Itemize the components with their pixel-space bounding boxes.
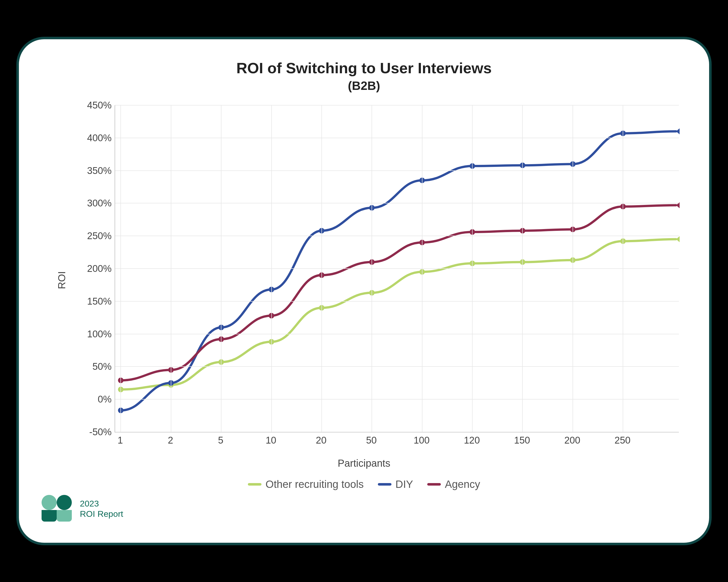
gridline-vertical (171, 105, 171, 432)
brand-logo-icon (42, 495, 74, 523)
plot-area (114, 105, 679, 433)
legend-label: Agency (445, 478, 480, 490)
gridline-vertical (221, 105, 222, 432)
viewport: ROI of Switching to User Interviews (B2B… (0, 0, 728, 582)
x-tick-labels: 125102050100120150200250 (114, 433, 679, 455)
gridline-horizontal (115, 268, 679, 269)
x-tick-label: 250 (615, 435, 630, 446)
gridline-vertical (271, 105, 272, 432)
y-tick-labels: -50%0%50%100%150%200%250%300%350%400%450… (69, 105, 114, 433)
chart-subtitle: (B2B) (34, 79, 694, 93)
gridline-horizontal (115, 203, 679, 203)
report-footer: 2023 ROI Report (42, 495, 123, 523)
legend-item: Other recruiting tools (248, 478, 364, 490)
legend-item: DIY (378, 478, 413, 490)
y-tick-label: 150% (71, 296, 111, 307)
y-axis-label: ROI (56, 271, 68, 289)
legend-label: Other recruiting tools (265, 478, 364, 490)
gridline-horizontal (115, 301, 679, 302)
gridline-vertical (522, 105, 523, 432)
series-line (121, 239, 676, 389)
y-tick-label: 450% (71, 100, 111, 111)
legend-swatch-icon (427, 483, 441, 486)
gridline-vertical (121, 105, 121, 432)
chart-card: ROI of Switching to User Interviews (B2B… (16, 37, 712, 545)
gridline-horizontal (115, 432, 679, 432)
y-tick-label: 400% (71, 132, 111, 143)
report-label: ROI Report (80, 509, 123, 519)
y-tick-label: 100% (71, 329, 111, 339)
gridline-horizontal (115, 235, 679, 236)
gridline-horizontal (115, 170, 679, 171)
x-tick-label: 200 (564, 435, 580, 446)
series-line (121, 205, 676, 380)
gridline-horizontal (115, 399, 679, 399)
legend-swatch-icon (248, 483, 261, 486)
y-tick-label: 350% (71, 165, 111, 176)
gridline-horizontal (115, 138, 679, 138)
x-tick-label: 2 (168, 435, 173, 446)
legend-label: DIY (395, 478, 413, 490)
x-tick-label: 10 (265, 435, 276, 446)
plot-area-wrap: ROI -50%0%50%100%150%200%250%300%350%400… (69, 105, 679, 455)
chart-legend: Other recruiting toolsDIYAgency (34, 476, 694, 490)
gridline-vertical (422, 105, 422, 432)
gridline-vertical (371, 105, 372, 432)
y-tick-label: 0% (71, 394, 111, 405)
report-footer-text: 2023 ROI Report (80, 498, 123, 519)
gridline-vertical (623, 105, 623, 432)
chart-titles: ROI of Switching to User Interviews (B2B… (34, 59, 694, 93)
x-tick-label: 5 (218, 435, 224, 446)
x-tick-label: 20 (316, 435, 327, 446)
y-tick-label: 200% (71, 263, 111, 274)
series-end-marker (676, 236, 680, 242)
gridline-horizontal (115, 334, 679, 334)
x-tick-label: 50 (366, 435, 376, 446)
y-tick-label: 250% (71, 230, 111, 242)
y-tick-label: 300% (71, 198, 111, 209)
gridline-horizontal (115, 366, 679, 367)
gridline-vertical (573, 105, 573, 432)
x-tick-label: 100 (414, 435, 430, 446)
y-tick-label: -50% (71, 427, 111, 438)
chart-title: ROI of Switching to User Interviews (34, 59, 694, 77)
gridline-vertical (472, 105, 473, 432)
x-tick-label: 1 (118, 435, 123, 446)
legend-swatch-icon (378, 483, 391, 486)
x-tick-label: 150 (514, 435, 530, 446)
y-tick-label: 50% (71, 361, 111, 372)
x-tick-label: 120 (464, 435, 479, 446)
x-axis-label: Participants (34, 458, 694, 469)
gridline-horizontal (115, 105, 679, 106)
legend-item: Agency (427, 478, 480, 490)
report-year: 2023 (80, 498, 123, 509)
gridline-vertical (321, 105, 322, 432)
series-end-marker (676, 129, 680, 134)
